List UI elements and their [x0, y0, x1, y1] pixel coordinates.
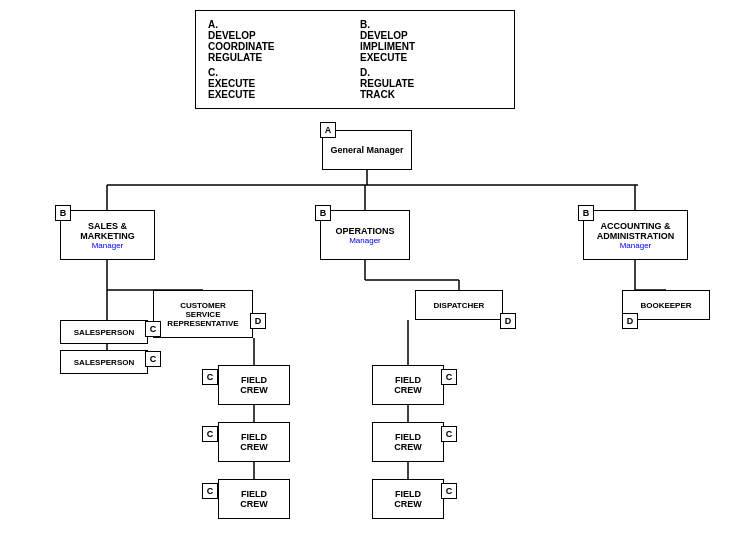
legend-letter-c: C.	[208, 67, 218, 78]
salesperson1-box: SALESPERSON	[60, 320, 148, 344]
org-chart: General Manager A SALES &MARKETING Manag…	[0, 130, 738, 558]
badge-c-fc-r2: C	[441, 426, 457, 442]
legend-text-b: DEVELOPIMPLIMENTEXECUTE	[360, 30, 502, 63]
legend-text-c: EXECUTEEXECUTE	[208, 78, 350, 100]
legend-grid: A. DEVELOPCOORDINATEREGULATE B. DEVELOPI…	[208, 19, 502, 100]
acct-label: ACCOUNTING &ADMINISTRATION Manager	[597, 221, 674, 250]
disp-label: DISPATCHER	[434, 301, 485, 310]
org-lines	[0, 130, 738, 558]
badge-a-gm: A	[320, 122, 336, 138]
badge-c-fc-l3: C	[202, 483, 218, 499]
badge-d-book: D	[622, 313, 638, 329]
badge-b-ops: B	[315, 205, 331, 221]
legend-box: A. DEVELOPCOORDINATEREGULATE B. DEVELOPI…	[195, 10, 515, 109]
badge-c-fc-l2: C	[202, 426, 218, 442]
field-crew-l1-box: FIELDCREW	[218, 365, 290, 405]
legend-item-d: D. REGULATETRACK	[360, 67, 502, 100]
gm-label: General Manager	[330, 145, 403, 155]
fc-l2-label: FIELDCREW	[240, 432, 268, 452]
badge-c-sales1: C	[145, 321, 161, 337]
field-crew-r2-box: FIELDCREW	[372, 422, 444, 462]
legend-letter-d: D.	[360, 67, 370, 78]
badge-c-fc-l1: C	[202, 369, 218, 385]
fc-l3-label: FIELDCREW	[240, 489, 268, 509]
badge-d-csr: D	[250, 313, 266, 329]
csr-box: CUSTOMERSERVICEREPRESENTATIVE	[153, 290, 253, 338]
badge-c-sales2: C	[145, 351, 161, 367]
legend-letter-b: B.	[360, 19, 370, 30]
legend-text-a: DEVELOPCOORDINATEREGULATE	[208, 30, 350, 63]
book-label: BOOKEEPER	[640, 301, 691, 310]
sales2-label: SALESPERSON	[74, 358, 134, 367]
fc-r1-label: FIELDCREW	[394, 375, 422, 395]
sales-box: SALES &MARKETING Manager	[60, 210, 155, 260]
legend-item-a: A. DEVELOPCOORDINATEREGULATE	[208, 19, 350, 63]
sales1-label: SALESPERSON	[74, 328, 134, 337]
acct-box: ACCOUNTING &ADMINISTRATION Manager	[583, 210, 688, 260]
sales-label: SALES &MARKETING Manager	[80, 221, 135, 250]
ops-label: OPERATIONS Manager	[336, 226, 395, 245]
field-crew-r3-box: FIELDCREW	[372, 479, 444, 519]
fc-r2-label: FIELDCREW	[394, 432, 422, 452]
legend-letter-a: A.	[208, 19, 218, 30]
badge-c-fc-r1: C	[441, 369, 457, 385]
field-crew-l3-box: FIELDCREW	[218, 479, 290, 519]
salesperson2-box: SALESPERSON	[60, 350, 148, 374]
fc-r3-label: FIELDCREW	[394, 489, 422, 509]
badge-b-sales: B	[55, 205, 71, 221]
field-crew-r1-box: FIELDCREW	[372, 365, 444, 405]
legend-item-b: B. DEVELOPIMPLIMENTEXECUTE	[360, 19, 502, 63]
field-crew-l2-box: FIELDCREW	[218, 422, 290, 462]
badge-d-disp: D	[500, 313, 516, 329]
legend-item-c: C. EXECUTEEXECUTE	[208, 67, 350, 100]
badge-b-acct: B	[578, 205, 594, 221]
csr-label: CUSTOMERSERVICEREPRESENTATIVE	[167, 301, 238, 328]
badge-c-fc-r3: C	[441, 483, 457, 499]
dispatcher-box: DISPATCHER	[415, 290, 503, 320]
ops-box: OPERATIONS Manager	[320, 210, 410, 260]
fc-l1-label: FIELDCREW	[240, 375, 268, 395]
legend-text-d: REGULATETRACK	[360, 78, 502, 100]
